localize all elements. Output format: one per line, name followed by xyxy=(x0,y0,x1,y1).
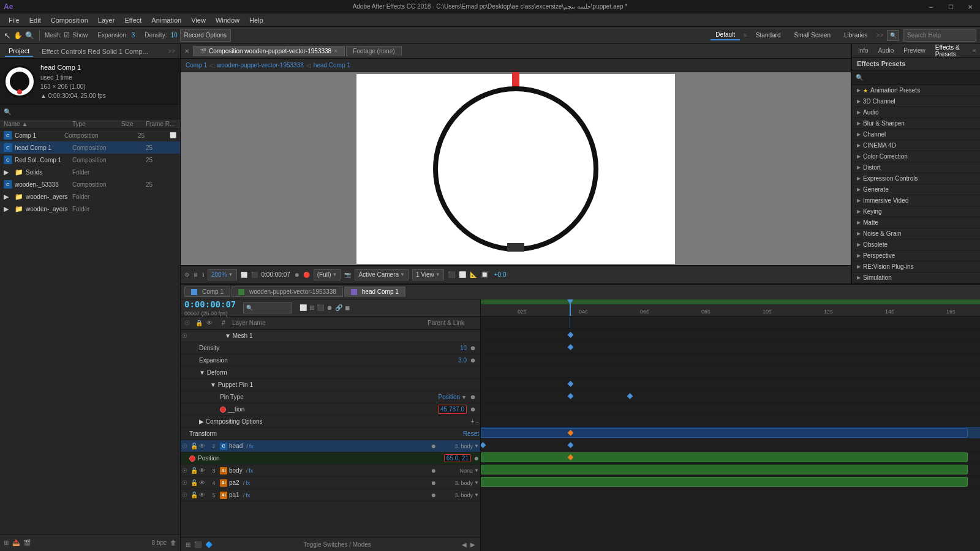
project-search[interactable]: 🔍 xyxy=(0,105,180,119)
layer-3-body[interactable]: ☉ 🔓 👁 3 Ai body / fx ⏺ None ▼ xyxy=(181,465,480,477)
menu-file[interactable]: File xyxy=(4,15,24,25)
timeline-tab-wooden[interactable]: wooden-puppet-vector-1953338 xyxy=(232,287,343,297)
effect-cat-cinema4d[interactable]: ▶ CINEMA 4D xyxy=(852,140,980,151)
effect-cat-audio[interactable]: ▶ Audio xyxy=(852,107,980,118)
toggle-icon2[interactable]: ⬛ xyxy=(194,541,202,548)
overflow-icon[interactable]: 📐 xyxy=(470,271,477,278)
timeline-ruler[interactable]: 02s 04s 06s 08s 10s 12s 14s 16s 18s xyxy=(481,299,980,317)
timeline-nav-right[interactable]: ▶ xyxy=(470,541,475,548)
effect-cat-animation-presets[interactable]: ▶ ★ Animation Presets xyxy=(852,85,980,96)
layer-4-pa2[interactable]: ☉ 🔓 👁 4 Ai pa2 / fx ⏺ 3. body ▼ xyxy=(181,477,480,489)
project-new-folder-icon[interactable]: ⊞ xyxy=(4,539,9,546)
tab-project[interactable]: Project xyxy=(5,46,33,57)
timeline-tool6[interactable]: ◼ xyxy=(345,304,350,311)
workspace-default[interactable]: Default xyxy=(710,30,740,40)
effect-cat-expression[interactable]: ▶ Expression Controls xyxy=(852,173,980,184)
layer-position-head[interactable]: Position 65.0, 21 ⏺ xyxy=(181,452,480,465)
toggle-switches-label[interactable]: Toggle Switches / Modes xyxy=(303,541,371,548)
maximize-btn[interactable]: ☐ xyxy=(941,0,960,13)
tab-audio[interactable]: Audio xyxy=(876,46,897,55)
viewer-settings-icon[interactable]: ⚙ xyxy=(184,272,189,278)
effect-cat-blur[interactable]: ▶ Blur & Sharpen xyxy=(852,118,980,129)
menu-composition[interactable]: Composition xyxy=(46,15,93,25)
effect-cat-revision[interactable]: ▶ RE:Vision Plug-ins xyxy=(852,261,980,272)
layer-compositing-opts[interactable]: ▶ Compositing Options + – xyxy=(181,416,480,428)
camera-dropdown[interactable]: Active Camera ▼ xyxy=(355,269,409,280)
frame-icon[interactable]: ⬜ xyxy=(241,272,247,278)
timeline-tab-comp1[interactable]: Comp 1 xyxy=(184,287,230,297)
layer-2-head[interactable]: ☉ 🔓 👁 2 C head / fx ⏺ 3. body ▼ xyxy=(181,440,480,452)
effect-cat-color-correction[interactable]: ▶ Color Correction xyxy=(852,151,980,162)
breadcrumb-head[interactable]: head Comp 1 xyxy=(314,62,350,69)
layer-pin-position[interactable]: __tion 45,787.0 ⏺ xyxy=(181,403,480,416)
timeline-search-input[interactable] xyxy=(253,304,289,311)
layer-transform[interactable]: Transform Reset xyxy=(181,428,480,440)
effect-cat-matte[interactable]: ▶ Matte xyxy=(852,217,980,228)
tab-effect-controls[interactable]: Effect Controls Red Solid 1 Comp... xyxy=(38,47,151,56)
effect-cat-channel[interactable]: ▶ Channel xyxy=(852,129,980,140)
breadcrumb-wooden[interactable]: wooden-puppet-vector-1953338 xyxy=(217,62,304,69)
project-item-head-comp[interactable]: C head Comp 1 Composition 25 xyxy=(0,141,180,154)
tab-info[interactable]: Info xyxy=(856,46,871,55)
transparency-icon[interactable]: ⬜ xyxy=(459,271,466,278)
menu-layer[interactable]: Layer xyxy=(93,15,120,25)
tab-preview[interactable]: Preview xyxy=(901,46,928,55)
panel-menu-icon[interactable]: >> xyxy=(168,48,175,54)
menu-animation[interactable]: Animation xyxy=(146,15,186,25)
zoom-dropdown[interactable]: 200% ▼ xyxy=(208,269,237,280)
pixel-ratio-icon[interactable]: ⬛ xyxy=(448,271,455,278)
effects-search[interactable]: 🔍 xyxy=(852,70,980,85)
effect-cat-perspective[interactable]: ▶ Perspective xyxy=(852,250,980,261)
comp-tab-footage[interactable]: Footage (none) xyxy=(346,46,401,56)
effects-search-input[interactable] xyxy=(865,74,976,81)
menu-view[interactable]: View xyxy=(186,15,211,25)
search-help-box[interactable]: Search Help xyxy=(903,29,976,42)
layer-expansion[interactable]: Expansion 3.0 ⏺ xyxy=(181,354,480,367)
effect-cat-noise[interactable]: ▶ Noise & Grain xyxy=(852,228,980,239)
project-new-comp-icon[interactable]: 🎬 xyxy=(23,539,31,546)
timeline-tool5[interactable]: 🔗 xyxy=(335,304,342,311)
layer-density[interactable]: Density 10 ⏺ xyxy=(181,342,480,354)
breadcrumb-comp1[interactable]: Comp 1 xyxy=(186,62,207,69)
panel-options-icon[interactable]: ≡ xyxy=(973,47,976,54)
close-btn[interactable]: ✕ xyxy=(960,0,980,13)
camera-icon[interactable]: 📷 xyxy=(344,272,351,278)
effect-cat-distort[interactable]: ▶ Distort xyxy=(852,162,980,173)
timeline-search[interactable]: 🔍 xyxy=(243,302,292,313)
snap-icon[interactable]: ⬛ xyxy=(251,272,258,278)
select-tool-icon[interactable]: ↖ xyxy=(4,31,11,40)
effect-cat-immersive[interactable]: ▶ Immersive Video xyxy=(852,195,980,206)
effect-cat-generate[interactable]: ▶ Generate xyxy=(852,184,980,195)
project-item-wooden[interactable]: C wooden-_53338 Composition 25 xyxy=(0,178,180,190)
timeline-current-time[interactable]: 0:00:00:07 xyxy=(184,299,236,309)
project-item-wooden-layers1[interactable]: ▶ 📁 wooden-_ayers Folder xyxy=(0,190,180,203)
layer-mesh1[interactable]: ☉ ▼ Mesh 1 xyxy=(181,330,480,342)
channels-icon[interactable]: 🔲 xyxy=(481,271,488,278)
view-count-dropdown[interactable]: 1 View ▼ xyxy=(412,269,444,280)
project-item[interactable]: C Comp 1 Composition 25 ⬜ xyxy=(0,129,180,141)
hand-tool-icon[interactable]: ✋ xyxy=(13,31,23,40)
layer-pin-type[interactable]: Pin Type Position ▼ ⏺ xyxy=(181,391,480,403)
toggle-icon3[interactable]: 🔷 xyxy=(205,541,213,548)
layer-deform[interactable]: ▼ Deform xyxy=(181,367,480,379)
layer-puppet-pin[interactable]: ▼ Puppet Pin 1 xyxy=(181,379,480,391)
project-item-red[interactable]: C Red Sol..Comp 1 Composition 25 xyxy=(0,154,180,166)
layer-5-pa1[interactable]: ☉ 🔓 👁 5 Ai pa1 / fx ⏺ 3. body ▼ xyxy=(181,489,480,501)
timeline-tool2[interactable]: ⊞ xyxy=(309,304,314,311)
timeline-tool3[interactable]: ⬛ xyxy=(317,304,324,311)
quality-dropdown[interactable]: (Full) ▼ xyxy=(314,269,341,280)
timeline-nav-left[interactable]: ◀ xyxy=(462,541,467,548)
timeline-tab-headcomp[interactable]: head Comp 1 xyxy=(344,287,405,297)
project-import-icon[interactable]: 📥 xyxy=(12,539,20,546)
menu-help[interactable]: Help xyxy=(244,15,268,25)
playhead[interactable] xyxy=(570,299,571,316)
comp-tab-wooden[interactable]: 🎬 Composition wooden-puppet-vector-19533… xyxy=(193,46,345,56)
workspace-libraries[interactable]: Libraries xyxy=(839,31,872,40)
menu-effect[interactable]: Effect xyxy=(119,15,146,25)
viewer-monitor-icon[interactable]: 🖥 xyxy=(193,272,198,278)
workspace-small-screen[interactable]: Small Screen xyxy=(789,31,835,40)
project-search-input[interactable] xyxy=(13,108,176,115)
project-item-wooden-layers2[interactable]: ▶ 📁 wooden-_ayers Folder xyxy=(0,203,180,215)
show-checkbox[interactable]: ☑ xyxy=(64,31,70,39)
menu-edit[interactable]: Edit xyxy=(24,15,46,25)
